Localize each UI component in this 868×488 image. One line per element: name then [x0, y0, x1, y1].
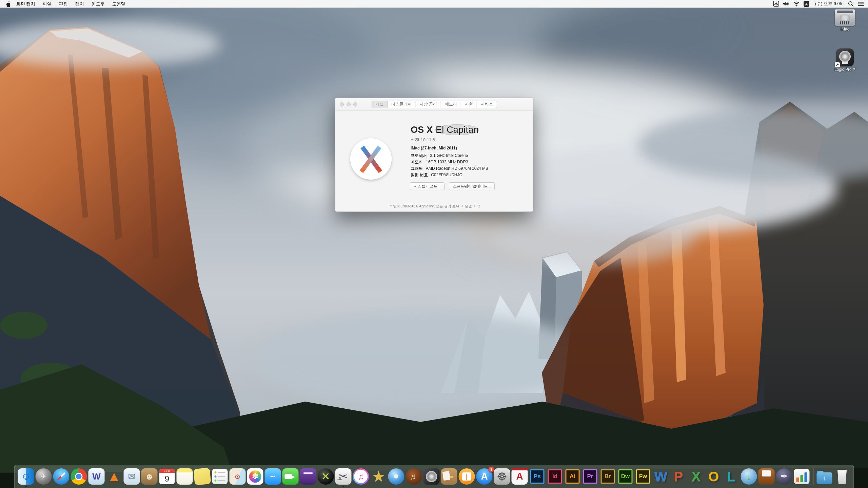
- desktop-icon-logic-pro-x[interactable]: ↗ Logic Pro X: [830, 48, 860, 72]
- dock-item-excel[interactable]: X: [688, 468, 704, 485]
- close-button[interactable]: [340, 102, 344, 106]
- copyright-footer: ™ 및 © 1983-2016 Apple Inc. 모든 권리 보유. 사용권…: [335, 204, 533, 209]
- desktop-icon-label: iMac: [830, 27, 860, 32]
- dock-item-dreamweaver[interactable]: Dw: [617, 468, 634, 485]
- reminders-icon: [212, 469, 228, 484]
- screen-capture-icon: ✂: [335, 468, 352, 485]
- dock-item-x-media-player[interactable]: ✕: [318, 468, 334, 485]
- dock-item-powerpoint[interactable]: P: [670, 468, 687, 485]
- dock-item-maps[interactable]: ⊙: [230, 468, 246, 485]
- spec-graphics: 그래픽AMD Radeon HD 6970M 1024 MB: [411, 165, 488, 172]
- apple-menu[interactable]: [3, 1, 14, 7]
- dock-item-trash[interactable]: [834, 468, 850, 485]
- dock-item-logic-pro-x[interactable]: [423, 468, 440, 485]
- desktop-icon-imac-hdd[interactable]: iMac: [830, 9, 860, 32]
- notification-badge: 1: [489, 467, 494, 472]
- pinboard-collage-icon: ▰: [441, 468, 457, 485]
- os-x-logo-icon: [350, 138, 392, 180]
- dock-item-vlc[interactable]: ▲: [106, 468, 122, 485]
- dock-item-system-preferences[interactable]: ☸: [494, 468, 510, 485]
- fireworks-icon: Fw: [636, 469, 650, 484]
- dock-item-word[interactable]: W: [653, 468, 669, 485]
- photoshop-icon: Ps: [530, 469, 545, 484]
- system-report-button[interactable]: 시스템 리포트...: [410, 182, 445, 190]
- web-downloader-icon: ↓: [741, 468, 757, 485]
- dock-item-outlook[interactable]: O: [706, 468, 722, 485]
- excel-icon: X: [688, 468, 704, 485]
- volume-icon[interactable]: [783, 1, 790, 7]
- dock-item-pages[interactable]: ✒: [776, 468, 792, 485]
- input-source-icon[interactable]: A: [803, 1, 810, 7]
- dock-item-indesign[interactable]: Id: [547, 468, 563, 485]
- dock-item-launchpad[interactable]: ✈: [36, 468, 52, 485]
- tab-storage[interactable]: 저장 공간: [415, 101, 441, 108]
- tab-support[interactable]: 지원: [461, 101, 477, 108]
- tab-service[interactable]: 서비스: [477, 101, 497, 108]
- dock-item-facetime[interactable]: ▸: [282, 468, 299, 485]
- minimize-button[interactable]: [347, 102, 351, 106]
- menu-file[interactable]: 파일: [39, 0, 55, 8]
- dock-item-imovie[interactable]: ★: [371, 468, 387, 485]
- dock-item-contacts[interactable]: ☻: [141, 468, 158, 485]
- zoom-button[interactable]: [353, 102, 357, 106]
- dock-item-web-downloader[interactable]: ↓: [741, 468, 757, 485]
- powerpoint-icon: P: [670, 468, 687, 485]
- lync-icon: L: [723, 468, 739, 485]
- dock-item-photoshop[interactable]: Ps: [529, 468, 546, 485]
- mail-icon: ✉: [124, 468, 140, 485]
- fan-control-icon[interactable]: [772, 1, 780, 7]
- dock-item-calendar[interactable]: 12월9: [159, 468, 175, 485]
- launchpad-icon: ✈: [36, 468, 52, 485]
- dock-item-numbers[interactable]: [794, 468, 810, 485]
- menu-window[interactable]: 윈도우: [88, 0, 108, 8]
- apple-logo-icon: [6, 1, 11, 7]
- dock-item-safari[interactable]: [53, 468, 70, 485]
- menu-app-name[interactable]: 화면 캡처: [14, 0, 39, 8]
- dock-item-photos[interactable]: ✽: [247, 468, 263, 485]
- dock-item-webhard[interactable]: W: [88, 468, 105, 485]
- dock-item-illustrator[interactable]: Ai: [565, 468, 581, 485]
- dock-item-mail[interactable]: ✉: [124, 468, 140, 485]
- dock-item-notes[interactable]: [177, 468, 193, 485]
- dock-item-chrome[interactable]: [71, 468, 87, 485]
- dock-item-garageband[interactable]: ♬: [406, 468, 422, 485]
- spec-list: 프로세서3.1 GHz Intel Core i5 메모리16GB 1333 M…: [411, 152, 488, 178]
- notification-center-icon[interactable]: [857, 1, 865, 7]
- tab-displays[interactable]: 디스플레이: [387, 101, 416, 108]
- tab-memory[interactable]: 메모리: [441, 101, 461, 108]
- tab-overview[interactable]: 개요: [371, 101, 388, 108]
- dock-item-lync[interactable]: L: [723, 468, 739, 485]
- dock-item-keynote[interactable]: [758, 468, 775, 485]
- dock-item-pinboard-collage[interactable]: ▰: [441, 468, 457, 485]
- dock-item-downloads-folder[interactable]: ↓: [816, 468, 833, 485]
- word-icon: W: [653, 468, 669, 485]
- dock-item-messages[interactable]: •••: [265, 468, 281, 485]
- menu-edit[interactable]: 편집: [55, 0, 72, 8]
- dock: ☺✈W▲✉☻12월9⊙✽•••▸✕✂♫★♬▰|A1☸APsIdAiPrBrDwF…: [14, 465, 854, 488]
- software-update-button[interactable]: 소프트웨어 업데이트...: [449, 182, 495, 190]
- dock-item-finder[interactable]: ☺: [18, 468, 34, 485]
- stickies-icon: [193, 468, 211, 485]
- menu-help[interactable]: 도움말: [108, 0, 129, 8]
- dock-item-bridge[interactable]: Br: [600, 468, 616, 485]
- keynote-icon: [758, 468, 775, 485]
- dreamweaver-icon: Dw: [618, 469, 633, 484]
- dock-item-stickies[interactable]: [194, 468, 211, 485]
- dock-item-ibooks[interactable]: |: [459, 468, 475, 485]
- menu-capture[interactable]: 캡처: [72, 0, 88, 8]
- window-titlebar[interactable]: 개요 디스플레이 저장 공간 메모리 지원 서비스: [335, 98, 533, 110]
- dock-item-app-store[interactable]: A1: [476, 468, 493, 485]
- dock-item-acrobat-reader[interactable]: A: [512, 468, 528, 485]
- menubar-clock[interactable]: (수) 오후 9:05: [813, 1, 844, 7]
- desktop-icon-label: Logic Pro X: [830, 67, 860, 72]
- svg-text:A: A: [805, 2, 808, 6]
- wifi-icon[interactable]: [793, 1, 800, 7]
- dock-item-premiere-pro[interactable]: Pr: [582, 468, 598, 485]
- dock-item-idvd[interactable]: [388, 468, 405, 485]
- dock-item-itunes[interactable]: ♫: [353, 468, 369, 485]
- dock-item-screen-capture[interactable]: ✂: [335, 468, 352, 485]
- dock-item-toast-titanium[interactable]: [300, 468, 316, 485]
- dock-item-reminders[interactable]: [212, 468, 228, 485]
- spotlight-icon[interactable]: [847, 1, 854, 7]
- dock-item-fireworks[interactable]: Fw: [635, 468, 651, 485]
